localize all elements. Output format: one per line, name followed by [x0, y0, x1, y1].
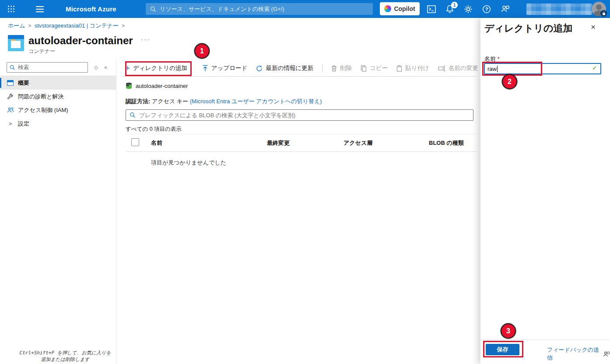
cloud-shell-icon[interactable]	[427, 4, 436, 14]
save-button[interactable]: 保存	[486, 344, 519, 355]
auth-method-value: アクセス キー	[152, 98, 188, 105]
trash-icon	[331, 65, 337, 72]
search-icon	[150, 6, 156, 12]
breadcrumb-separator: >	[28, 23, 32, 29]
container-name-label: autoloader-container	[136, 83, 188, 89]
sidebar-search-input[interactable]	[18, 64, 85, 70]
container-icon	[8, 35, 24, 51]
topbar-icon-group: 1 ?	[427, 0, 510, 18]
paste-icon	[396, 65, 402, 72]
send-feedback-link[interactable]: フィードバックの送信	[547, 346, 610, 362]
refresh-button[interactable]: 最新の情報に更新	[256, 64, 313, 72]
search-icon	[130, 112, 136, 118]
notifications-bell-icon[interactable]: 1	[445, 4, 455, 14]
name-field-label: 名前 *	[484, 55, 500, 63]
items-count-label: すべての 0 項目の表示	[126, 126, 182, 133]
breadcrumb-home-link[interactable]: ホーム	[8, 22, 25, 30]
table-header: 名前 最終変更 アクセス層 BLOB の種類	[123, 134, 477, 151]
global-search-input[interactable]	[160, 6, 368, 12]
collapse-menu-icon[interactable]: «	[104, 64, 107, 70]
sidebar-item-diagnose[interactable]: 問題の診断と解決	[0, 90, 116, 103]
divider	[480, 340, 610, 340]
breadcrumb-separator: >	[122, 23, 125, 29]
breadcrumb: ホーム > stvstorageextasia01 | コンテナー >	[8, 22, 125, 30]
name-input-value: raw	[487, 66, 497, 72]
column-header-name[interactable]: 名前	[151, 139, 162, 147]
divider	[123, 76, 477, 77]
add-directory-button[interactable]: + ディレクトリの追加	[125, 64, 187, 72]
favorites-shortcut-hint: Ctrl+Shift+F を押して、お気に入りを追加または削除します	[18, 350, 113, 363]
column-header-blob-type[interactable]: BLOB の種類	[429, 139, 464, 147]
feedback-icon	[603, 351, 610, 357]
sidebar-search-box[interactable]	[7, 62, 88, 73]
waffle-menu-icon[interactable]	[0, 0, 22, 18]
azure-portal: Microsoft Azure Copilot 1	[0, 0, 610, 364]
user-account-blurred[interactable]	[526, 4, 592, 15]
overview-window-icon	[7, 80, 14, 86]
delete-button[interactable]: 削除	[331, 64, 352, 72]
notification-badge: 1	[451, 2, 458, 8]
annotation-step-2: 2	[502, 74, 517, 89]
wrench-icon	[7, 93, 14, 100]
page-subtitle: コンテナー	[28, 48, 151, 55]
toolbar: + ディレクトリの追加 アップロード 最新の情報に更新 削除	[125, 62, 494, 75]
text-caret	[497, 66, 498, 72]
brand-title[interactable]: Microsoft Azure	[66, 5, 116, 13]
blob-search-box[interactable]	[126, 109, 473, 121]
settings-gear-icon[interactable]	[463, 4, 473, 14]
search-icon	[10, 65, 15, 70]
sidebar-item-settings[interactable]: > 設定	[0, 117, 116, 130]
empty-list-message: 項目が見つかりませんでした	[151, 159, 226, 167]
page-header: autoloader-container ··· コンテナー	[8, 35, 151, 55]
annotation-step-1: 1	[194, 43, 210, 59]
plus-icon: +	[125, 64, 130, 72]
global-search-box[interactable]	[146, 3, 373, 15]
diamond-icon[interactable]: ◇	[94, 64, 98, 70]
upload-button[interactable]: アップロード	[202, 64, 248, 72]
chevron-right-icon: >	[7, 120, 14, 127]
valid-check-icon: ✓	[592, 64, 597, 71]
rename-icon	[438, 66, 445, 71]
column-header-last-modified[interactable]: 最終変更	[267, 139, 290, 147]
add-directory-panel: ディレクトリの追加 × 名前 * raw ✓ 保存 フィードバックの送信	[480, 18, 610, 364]
page-title: autoloader-container	[28, 35, 133, 46]
rename-button[interactable]: 名前の変更	[438, 64, 478, 72]
directory-name-input[interactable]: raw	[484, 63, 601, 74]
blob-container-icon	[126, 82, 132, 89]
auth-method-label: 認証方法:	[126, 98, 150, 105]
paste-button[interactable]: 貼り付け	[396, 64, 429, 72]
sidebar-item-access-control[interactable]: アクセス制御 (IAM)	[0, 103, 116, 117]
more-options-icon[interactable]: ···	[141, 36, 151, 44]
required-asterisk: *	[498, 56, 500, 62]
help-icon[interactable]: ?	[482, 4, 491, 14]
column-header-access-tier[interactable]: アクセス層	[344, 139, 372, 147]
copy-icon	[361, 65, 367, 72]
sidebar: ◇ « 概要 問題の診断と解決	[0, 59, 116, 364]
refresh-icon	[256, 65, 263, 72]
copilot-button[interactable]: Copilot	[380, 2, 420, 15]
blob-search-input[interactable]	[139, 112, 470, 119]
top-bar: Microsoft Azure Copilot 1	[0, 0, 610, 18]
svg-text:?: ?	[485, 7, 488, 12]
divider	[322, 64, 323, 73]
hamburger-menu-icon[interactable]	[30, 0, 50, 18]
close-icon[interactable]: ×	[591, 23, 596, 31]
select-all-checkbox[interactable]	[131, 138, 139, 146]
feedback-icon[interactable]	[500, 4, 510, 14]
annotation-step-3: 3	[501, 323, 516, 339]
copilot-icon	[384, 5, 391, 12]
main-content: + ディレクトリの追加 アップロード 最新の情報に更新 削除	[123, 59, 477, 364]
switch-account-link[interactable]: (Microsoft Entra ユーザー アカウントへの切り替え)	[190, 98, 322, 105]
lock-icon	[600, 10, 607, 17]
panel-title: ディレクトリの追加	[484, 22, 573, 35]
auth-method-row: 認証方法: アクセス キー (Microsoft Entra ユーザー アカウン…	[126, 98, 322, 105]
upload-icon	[202, 65, 208, 72]
copy-button[interactable]: コピー	[361, 64, 388, 72]
divider	[126, 151, 477, 152]
people-icon	[7, 107, 14, 113]
breadcrumb-parent-link[interactable]: stvstorageextasia01 | コンテナー	[35, 22, 119, 30]
sidebar-item-overview[interactable]: 概要	[0, 76, 116, 90]
